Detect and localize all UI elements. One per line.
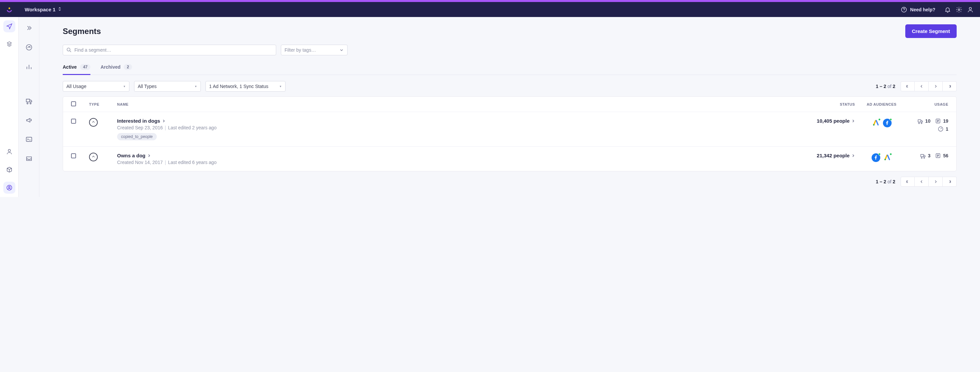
sidebar-analytics[interactable] [24, 62, 34, 72]
pager-next[interactable] [929, 176, 943, 187]
megaphone-icon [25, 116, 33, 124]
segments-table: TYPE NAME STATUS AD AUDIENCES USAGE Inte… [63, 96, 957, 171]
pager-last[interactable] [943, 176, 957, 187]
search-input[interactable] [63, 45, 276, 55]
usage-lists: 56 [935, 153, 948, 159]
profile-button[interactable] [965, 4, 976, 15]
col-name: NAME [117, 102, 788, 107]
cube-icon [6, 166, 13, 173]
help-label: Need help? [910, 7, 935, 12]
tab-archived-label: Archived [100, 64, 121, 70]
user-icon [967, 6, 974, 13]
sidebar-inbox[interactable] [24, 154, 34, 164]
product-rail [0, 17, 19, 197]
rail-audience[interactable] [3, 182, 15, 194]
user-icon [6, 148, 13, 155]
section-sidebar [19, 17, 39, 197]
layers-icon [6, 41, 13, 48]
sidebar-dashboard[interactable] [24, 42, 34, 52]
segment-type-icon [89, 118, 98, 127]
svg-point-4 [8, 149, 10, 152]
paper-plane-icon [6, 23, 13, 30]
svg-point-2 [958, 9, 960, 10]
workspace-switcher[interactable]: Workspace 1 [25, 7, 61, 12]
inbox-icon [25, 155, 33, 162]
sidebar-broadcasts[interactable] [24, 115, 34, 125]
svg-point-0 [9, 7, 10, 9]
svg-point-13 [884, 159, 886, 161]
segment-type-icon [89, 153, 98, 161]
pager-label: 1 – 2 of 2 [876, 179, 895, 184]
svg-rect-8 [26, 137, 32, 141]
tab-archived[interactable]: Archived 2 [100, 62, 132, 75]
tabs: Active 47 Archived 2 [63, 62, 957, 75]
pager-next[interactable] [929, 81, 943, 91]
usage-campaigns: 3 [920, 153, 931, 159]
create-segment-button[interactable]: Create Segment [905, 24, 957, 38]
facebook-icon [872, 153, 880, 162]
filter-types[interactable]: All Types▼ [134, 81, 201, 92]
filter-usage-label: All Usage [66, 84, 86, 89]
pager-first[interactable] [900, 176, 915, 187]
tab-active-count: 47 [80, 64, 91, 70]
segment-tag[interactable]: copied_to_people [117, 133, 157, 140]
facebook-icon [883, 119, 892, 127]
workspace-name: Workspace 1 [25, 7, 56, 12]
table-row: Interested in dogs Created Sep 23, 2016|… [63, 112, 956, 146]
select-all-checkbox[interactable] [71, 101, 76, 107]
table-row: Owns a dog Created Nov 14, 2017|Last edi… [63, 146, 956, 171]
tab-active[interactable]: Active 47 [63, 62, 91, 75]
rail-layers[interactable] [3, 38, 15, 50]
pager-label: 1 – 2 of 2 [876, 84, 895, 89]
notifications-button[interactable] [942, 4, 953, 15]
col-audiences: AD AUDIENCES [855, 102, 908, 107]
pager-last[interactable] [943, 81, 957, 91]
truck-icon [25, 97, 33, 104]
filter-adnetwork[interactable]: 1 Ad Network, 1 Sync Status▼ [205, 81, 286, 92]
gear-icon [956, 6, 963, 13]
sidebar-snippets[interactable] [24, 134, 34, 144]
settings-button[interactable] [953, 4, 965, 15]
table-header: TYPE NAME STATUS AD AUDIENCES USAGE [63, 97, 956, 112]
sidebar-campaigns[interactable] [24, 96, 34, 106]
user-circle-icon [6, 184, 13, 191]
chevron-left-icon [919, 179, 924, 184]
chevron-right-icon [933, 179, 938, 184]
pager-prev[interactable] [915, 81, 929, 91]
segment-status[interactable]: 10,405 people [788, 118, 855, 124]
segment-name[interactable]: Owns a dog [117, 153, 788, 158]
rail-launch[interactable] [3, 20, 15, 32]
help-icon [900, 4, 908, 15]
tags-filter[interactable]: Filter by tags… [281, 45, 348, 55]
svg-point-6 [8, 186, 10, 188]
app-logo [4, 6, 15, 13]
filter-usage[interactable]: All Usage▼ [63, 81, 129, 92]
tags-filter-placeholder: Filter by tags… [285, 47, 316, 52]
ad-audiences[interactable] [855, 119, 908, 127]
filter-types-label: All Types [138, 84, 157, 89]
search-box [63, 45, 276, 55]
segment-name[interactable]: Interested in dogs [117, 118, 788, 124]
row-checkbox[interactable] [71, 153, 76, 158]
sidebar-expand[interactable] [24, 23, 34, 33]
pager-prev[interactable] [915, 176, 929, 187]
google-ads-icon [872, 119, 880, 127]
chevrons-right-icon [25, 24, 33, 32]
col-usage: USAGE [908, 102, 948, 107]
search-icon [66, 47, 72, 54]
help-link[interactable]: Need help? [900, 4, 935, 15]
rail-user[interactable] [3, 146, 15, 158]
rail-box[interactable] [3, 164, 15, 176]
chevron-right-icon [933, 84, 938, 89]
terminal-icon [25, 136, 33, 143]
pager-first[interactable] [900, 81, 915, 91]
row-checkbox[interactable] [71, 119, 76, 124]
chevrons-right-icon [947, 84, 952, 89]
chevrons-right-icon [947, 179, 952, 184]
col-type: TYPE [89, 102, 117, 107]
segment-meta: Created Nov 14, 2017|Last edited 6 years… [117, 160, 788, 165]
ad-audiences[interactable] [855, 153, 908, 162]
page-title: Segments [63, 27, 101, 36]
segment-status[interactable]: 21,342 people [788, 153, 855, 158]
chevron-down-icon [339, 48, 344, 52]
